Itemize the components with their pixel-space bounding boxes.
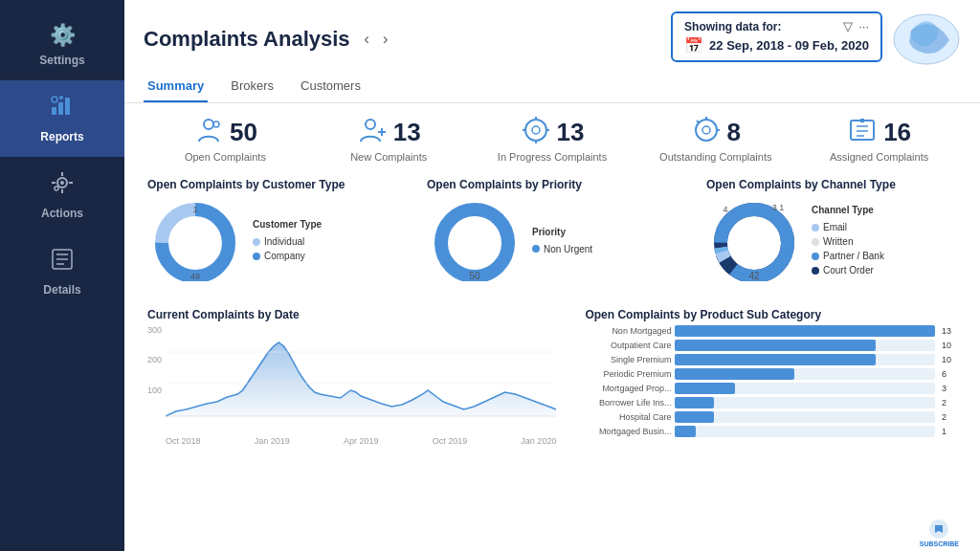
line-chart-area: Oct 2018 Jan 2019 Apr 2019 Oct 2019 Jan … <box>166 325 556 446</box>
x-label-jan2020: Jan 2020 <box>521 436 556 446</box>
x-label-jan2019: Jan 2019 <box>255 436 290 446</box>
donut-customer-type-wrapper: 1 49 <box>147 195 243 285</box>
bar-row-7: Mortgaged Busin... 1 <box>585 426 957 437</box>
kpi-assigned-icon <box>847 115 878 149</box>
nav-forward-button[interactable]: › <box>378 29 392 50</box>
nav-back-button[interactable]: ‹ <box>360 29 374 50</box>
legend-individual: Individual <box>253 236 322 247</box>
bar-row-1: Outpatient Care 10 <box>585 340 957 351</box>
kpi-outstanding-icon <box>691 115 722 149</box>
chart-customer-type-title: Open Complaints by Customer Type <box>147 178 398 191</box>
donut-priority-legend: Priority Non Urgent <box>532 227 592 254</box>
svg-text:1: 1 <box>192 205 197 214</box>
kpi-new: 13 New Complaints <box>307 115 471 163</box>
bar-row-4: Mortgaged Prop... 3 <box>585 383 957 394</box>
kpi-new-number: 13 <box>393 118 421 147</box>
kpi-open-label: Open Complaints <box>185 151 266 163</box>
svg-rect-33 <box>851 121 874 140</box>
header: Complaints Analysis ‹ › Showing data for… <box>124 0 980 67</box>
tab-brokers[interactable]: Brokers <box>227 73 278 102</box>
sidebar-label-reports: Reports <box>40 130 83 143</box>
svg-text:4: 4 <box>723 205 727 214</box>
kpi-inprogress-label: In Progress Complaints <box>498 151 607 163</box>
chart-customer-type-content: 1 49 Customer Type Individual Company <box>147 195 398 285</box>
chart-current-date-title: Current Complaints by Date <box>147 308 556 321</box>
donut-customer-legend: Customer Type Individual Company <box>253 219 322 261</box>
reports-icon <box>50 94 75 124</box>
legend-court: Court Order <box>812 265 884 276</box>
y-axis: 300 200 100 <box>147 325 162 430</box>
nav-arrows: ‹ › <box>360 29 393 50</box>
legend-dot-court <box>812 267 819 275</box>
charts-area: Open Complaints by Customer Type 1 49 <box>124 170 980 551</box>
kpi-inprogress: 13 In Progress Complaints <box>471 115 635 163</box>
svg-point-4 <box>59 96 63 99</box>
legend-dot-written <box>812 238 819 246</box>
legend-dot-email <box>812 224 819 231</box>
donut-priority-wrapper: 50 <box>427 195 523 285</box>
svg-point-23 <box>532 126 540 134</box>
calendar-icon: 📅 <box>684 36 703 55</box>
tab-summary[interactable]: Summary <box>144 73 208 102</box>
kpi-assigned-label: Assigned Complaints <box>830 151 928 163</box>
chart-product-sub-category: Open Complaints by Product Sub Category … <box>575 300 967 551</box>
date-range-text: 22 Sep, 2018 - 09 Feb, 2020 <box>709 38 869 53</box>
legend-dot-nonurgent <box>532 245 540 253</box>
legend-email: Email <box>812 222 884 232</box>
bar-row-0: Non Mortgaged 13 <box>585 325 957 337</box>
actions-icon <box>50 170 75 201</box>
bar-row-2: Single Premium 10 <box>585 354 957 365</box>
sidebar-label-settings: Settings <box>39 54 84 67</box>
y-label-300: 300 <box>147 325 162 335</box>
bar-row-6: Hospital Care 2 <box>585 411 957 423</box>
kpi-inprogress-number: 13 <box>557 118 585 147</box>
donut-channel-legend: Channel Type Email Written Partner / Ban… <box>812 205 884 276</box>
charts-row-top: Open Complaints by Customer Type 1 49 <box>138 170 967 293</box>
more-icon[interactable]: ··· <box>858 19 869 33</box>
date-filter-value: 📅 22 Sep, 2018 - 09 Feb, 2020 <box>684 36 869 55</box>
svg-point-19 <box>366 120 375 129</box>
y-label-200: 200 <box>147 355 162 364</box>
bar-row-5: Borrower Life Ins... 2 <box>585 397 957 408</box>
kpi-open: 50 Open Complaints <box>144 115 307 163</box>
bar-list: Non Mortgaged 13 Outpatient Care 10 Sing… <box>585 325 957 437</box>
bar-row-3: Periodic Premium 6 <box>585 368 957 380</box>
sidebar: ⚙️ Settings Reports <box>0 0 124 551</box>
x-label-apr2019: Apr 2019 <box>344 436 379 446</box>
main-content: Complaints Analysis ‹ › Showing data for… <box>124 0 980 551</box>
x-label-oct2018: Oct 2018 <box>166 436 201 446</box>
svg-rect-2 <box>65 98 70 115</box>
kpi-new-icon <box>357 115 388 149</box>
date-filter-box[interactable]: Showing data for: ▽ ··· 📅 22 Sep, 2018 -… <box>671 11 882 62</box>
tabs: Summary Brokers Customers <box>124 67 980 103</box>
svg-line-32 <box>697 121 700 123</box>
svg-point-3 <box>52 97 57 102</box>
chart-channel-type-content: 4 3 1 42 Channel Type Email <box>706 195 957 285</box>
svg-point-29 <box>702 126 710 134</box>
svg-rect-0 <box>52 107 56 115</box>
kpi-outstanding: 8 Outstanding Complaints <box>634 115 797 163</box>
kpi-outstanding-label: Outstanding Complaints <box>659 151 771 163</box>
svg-text:50: 50 <box>469 271 480 281</box>
line-chart-wrapper: 300 200 100 <box>147 325 556 446</box>
charts-row-bottom: Current Complaints by Date 300 200 100 <box>138 300 967 551</box>
sidebar-item-settings[interactable]: ⚙️ Settings <box>0 10 124 80</box>
settings-icon: ⚙️ <box>50 23 76 48</box>
date-filter-icons: ▽ ··· <box>843 19 869 33</box>
subscribe-badge[interactable]: SUBSCRIBE <box>920 518 959 547</box>
kpi-assigned-number: 16 <box>883 118 911 147</box>
sidebar-item-actions[interactable]: Actions <box>0 157 124 233</box>
tab-customers[interactable]: Customers <box>297 73 365 102</box>
legend-partner: Partner / Bank <box>812 251 884 261</box>
filter-icon[interactable]: ▽ <box>843 19 853 33</box>
svg-point-6 <box>60 181 64 185</box>
date-filter-label: Showing data for: <box>684 20 781 33</box>
legend-written: Written <box>812 236 884 247</box>
page-title: Complaints Analysis <box>144 27 350 52</box>
svg-text:3  1: 3 1 <box>772 203 785 212</box>
details-icon <box>50 247 75 277</box>
kpi-assigned: 16 Assigned Complaints <box>797 115 961 163</box>
svg-point-17 <box>204 120 213 129</box>
sidebar-item-reports[interactable]: Reports <box>0 80 124 157</box>
sidebar-item-details[interactable]: Details <box>0 233 124 310</box>
